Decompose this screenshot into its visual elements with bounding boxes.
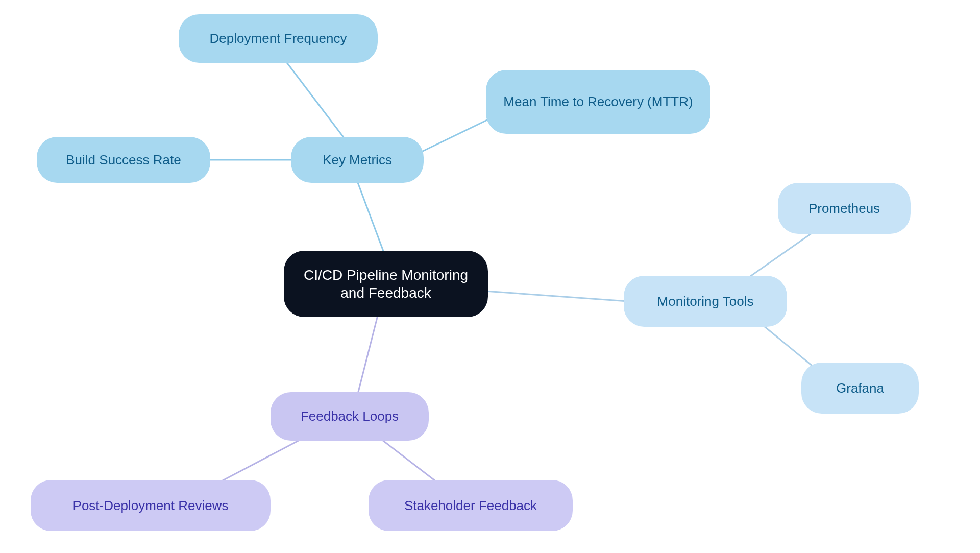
edge-root-monitoring <box>485 291 628 301</box>
node-stakeholder-feedback-label: Stakeholder Feedback <box>404 497 537 514</box>
node-feedback-loops-label: Feedback Loops <box>301 408 399 425</box>
edge-root-feedback <box>357 316 378 396</box>
node-grafana-label: Grafana <box>836 380 884 397</box>
node-key-metrics[interactable]: Key Metrics <box>291 137 424 183</box>
node-monitoring-tools-label: Monitoring Tools <box>657 293 754 310</box>
mindmap-canvas: CI/CD Pipeline Monitoring and Feedback K… <box>0 0 980 553</box>
node-build-success-rate-label: Build Success Rate <box>66 152 181 169</box>
node-mttr-label: Mean Time to Recovery (MTTR) <box>503 93 693 110</box>
node-root[interactable]: CI/CD Pipeline Monitoring and Feedback <box>284 251 488 317</box>
node-monitoring-tools[interactable]: Monitoring Tools <box>624 276 787 327</box>
node-deployment-frequency[interactable]: Deployment Frequency <box>179 14 378 63</box>
node-prometheus-label: Prometheus <box>808 200 880 217</box>
edge-root-keymetrics <box>357 181 386 258</box>
node-stakeholder-feedback[interactable]: Stakeholder Feedback <box>369 480 573 531</box>
node-mttr[interactable]: Mean Time to Recovery (MTTR) <box>486 70 710 134</box>
node-feedback-loops[interactable]: Feedback Loops <box>271 392 429 441</box>
node-post-deployment-reviews-label: Post-Deployment Reviews <box>73 497 229 514</box>
node-build-success-rate[interactable]: Build Success Rate <box>37 137 210 183</box>
edge-keymetrics-deployfreq <box>286 61 347 142</box>
node-prometheus[interactable]: Prometheus <box>778 183 911 234</box>
node-post-deployment-reviews[interactable]: Post-Deployment Reviews <box>31 480 271 531</box>
edge-keymetrics-mttr <box>419 115 498 153</box>
node-key-metrics-label: Key Metrics <box>323 152 392 169</box>
node-deployment-frequency-label: Deployment Frequency <box>210 30 347 47</box>
node-root-label: CI/CD Pipeline Monitoring and Feedback <box>298 266 474 302</box>
node-grafana[interactable]: Grafana <box>801 363 919 414</box>
